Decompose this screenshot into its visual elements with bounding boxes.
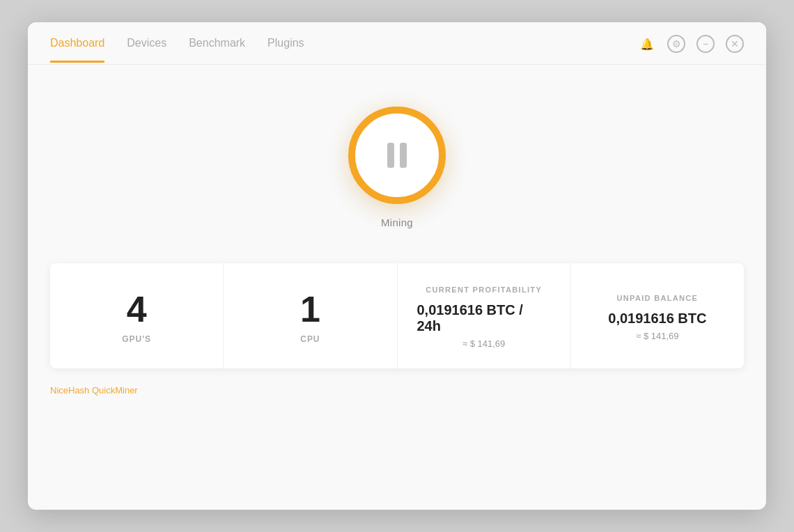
- gpu-count-label: GPU'S: [122, 334, 151, 344]
- app-window: Dashboard Devices Benchmark Plugins 🔔 ⚙ …: [28, 22, 766, 510]
- bell-icon[interactable]: 🔔: [638, 35, 656, 53]
- stat-cell-balance: UNPAID BALANCE 0,0191616 BTC ≈ $ 141,69: [571, 263, 744, 368]
- pause-bar-right: [400, 143, 407, 168]
- stat-cell-profitability: CURRENT PROFITABILITY 0,0191616 BTC / 24…: [398, 263, 571, 368]
- profitability-value: 0,0191616 BTC / 24h: [417, 302, 551, 334]
- tab-devices[interactable]: Devices: [127, 37, 166, 63]
- tab-plugins[interactable]: Plugins: [267, 37, 304, 63]
- tab-dashboard[interactable]: Dashboard: [50, 37, 104, 63]
- tab-benchmark[interactable]: Benchmark: [189, 37, 245, 63]
- profitability-section-label: CURRENT PROFITABILITY: [426, 285, 542, 294]
- balance-value: 0,0191616 BTC: [608, 311, 706, 327]
- profitability-usd: ≈ $ 141,69: [462, 338, 505, 349]
- window-controls: 🔔 ⚙ − ✕: [638, 35, 744, 64]
- gpu-count-value: 4: [127, 291, 147, 327]
- cpu-count-value: 1: [300, 291, 320, 327]
- nav-tabs: Dashboard Devices Benchmark Plugins: [50, 37, 304, 63]
- bottom-hint: NiceHash QuickMiner: [50, 385, 138, 396]
- stat-cell-cpu: 1 CPU: [224, 263, 397, 368]
- settings-icon[interactable]: ⚙: [667, 35, 685, 53]
- close-icon[interactable]: ✕: [726, 35, 744, 53]
- pause-button[interactable]: [348, 107, 446, 204]
- title-bar: Dashboard Devices Benchmark Plugins 🔔 ⚙ …: [28, 22, 766, 65]
- stats-row: 4 GPU'S 1 CPU CURRENT PROFITABILITY 0,01…: [50, 263, 744, 368]
- main-content: Mining 4 GPU'S 1 CPU CURRENT PROFITABILI…: [28, 65, 766, 510]
- cpu-count-label: CPU: [300, 334, 320, 344]
- mining-status-label: Mining: [381, 217, 413, 228]
- pause-bar-left: [387, 143, 394, 168]
- stat-cell-gpus: 4 GPU'S: [50, 263, 224, 368]
- balance-section-label: UNPAID BALANCE: [617, 294, 699, 302]
- minimize-icon[interactable]: −: [696, 35, 715, 53]
- mining-control-container: Mining: [348, 107, 446, 228]
- balance-usd: ≈ $ 141,69: [636, 331, 678, 341]
- pause-icon: [387, 143, 407, 168]
